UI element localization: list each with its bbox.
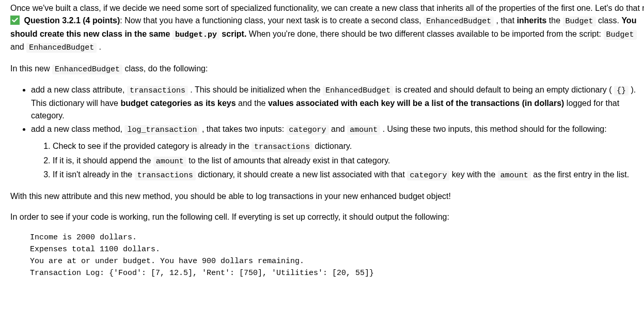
question-label: Question 3.2.1 (4 points): [24, 16, 120, 25]
code-enhancedbudget: EnhancedBudget: [423, 17, 494, 26]
steps-list: Check to see if the provided category is…: [31, 140, 644, 182]
closing-paragraph-2: In order to see if your code is working,…: [10, 211, 644, 223]
question-paragraph: Question 3.2.1 (4 points): Now that you …: [10, 14, 644, 54]
closing-paragraph-1: With this new attribute and this new met…: [10, 190, 644, 203]
list-item: If it is, it should append the amount to…: [53, 155, 644, 168]
expected-output: Income is 2000 dollars. Expenses total 1…: [30, 232, 644, 280]
intro-paragraph: Once we've built a class, if we decide w…: [10, 2, 644, 14]
lead-paragraph: In this new EnhancedBudget class, do the…: [10, 63, 644, 76]
list-item: If it isn't already in the transactions …: [53, 169, 644, 182]
list-item: add a new class attribute, transactions …: [31, 84, 644, 122]
list-item: add a new class method, log_transaction …: [31, 123, 644, 182]
code-budget-py: budget.py: [172, 30, 219, 40]
requirements-list: add a new class attribute, transactions …: [10, 84, 644, 182]
checkmark-icon: [10, 16, 20, 25]
code-budget: Budget: [563, 17, 596, 26]
list-item: Check to see if the provided category is…: [53, 140, 644, 154]
